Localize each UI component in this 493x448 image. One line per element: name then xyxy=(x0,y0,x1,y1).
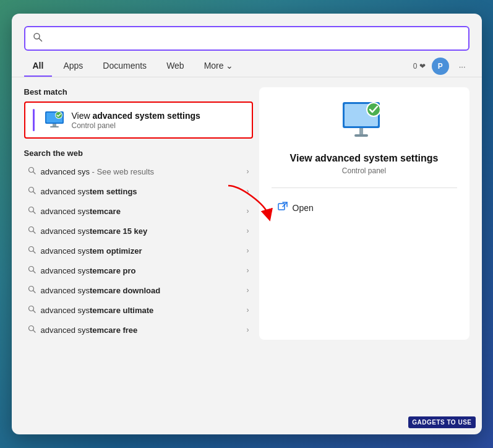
web-result-item[interactable]: advanced systemcare 15 key › xyxy=(24,221,253,241)
right-panel-subtitle: Control panel xyxy=(342,166,386,175)
right-panel: View advanced system settings Control pa… xyxy=(259,87,469,340)
search-loop-icon-4 xyxy=(28,226,36,236)
svg-line-19 xyxy=(33,271,35,274)
divider xyxy=(272,187,457,188)
open-external-icon xyxy=(278,202,288,214)
tab-apps[interactable]: Apps xyxy=(54,56,92,77)
chevron-right-icon-5: › xyxy=(247,246,249,255)
svg-line-23 xyxy=(33,311,35,313)
web-result-item[interactable]: advanced systemcare download › xyxy=(24,280,253,300)
svg-line-9 xyxy=(33,172,35,174)
web-result-text-5: advanced system optimizer xyxy=(41,246,242,256)
svg-line-1 xyxy=(39,38,42,41)
search-loop-icon-8 xyxy=(28,305,36,315)
web-result-item[interactable]: advanced systemcare free › xyxy=(24,320,253,340)
chevron-right-icon-7: › xyxy=(247,286,249,295)
web-result-text-4: advanced systemcare 15 key xyxy=(41,226,242,236)
search-loop-icon-3 xyxy=(28,206,36,216)
svg-rect-7 xyxy=(50,126,59,127)
search-input[interactable]: advanced sys xyxy=(48,33,461,44)
svg-line-17 xyxy=(33,251,35,254)
tab-documents[interactable]: Documents xyxy=(94,56,155,77)
web-result-item[interactable]: advanced systemcare pro › xyxy=(24,261,253,280)
svg-line-13 xyxy=(33,212,35,214)
web-result-text-3: advanced systemcare xyxy=(41,207,242,216)
open-button[interactable]: Open xyxy=(272,198,320,218)
more-options-button[interactable]: ··· xyxy=(455,59,469,74)
web-result-item[interactable]: advanced system settings › xyxy=(24,181,253,201)
right-panel-monitor-icon xyxy=(340,100,389,145)
search-bar-area: advanced sys xyxy=(12,14,482,51)
web-result-text-8: advanced systemcare ultimate xyxy=(41,306,242,315)
web-result-text-1: advanced sys - See web results xyxy=(41,167,242,176)
user-avatar[interactable]: P xyxy=(432,58,449,75)
search-loop-icon-7 xyxy=(28,285,36,295)
search-input-wrapper: advanced sys xyxy=(24,26,469,51)
web-result-item[interactable]: advanced system optimizer › xyxy=(24,241,253,261)
left-border-bar xyxy=(33,109,35,131)
best-match-label: Best match xyxy=(24,87,253,97)
svg-rect-31 xyxy=(359,128,363,134)
best-match-subtitle: Control panel xyxy=(72,121,200,130)
left-panel: Best match View advanced s xyxy=(24,87,253,340)
open-label: Open xyxy=(293,203,314,213)
chevron-right-icon-3: › xyxy=(247,207,249,215)
tab-all[interactable]: All xyxy=(24,56,53,77)
tab-more[interactable]: More ⌄ xyxy=(195,56,242,77)
search-icon xyxy=(33,32,43,45)
best-match-item[interactable]: View advanced system settings Control pa… xyxy=(24,101,253,139)
control-panel-icon xyxy=(43,109,66,131)
web-result-item[interactable]: advanced sys - See web results › xyxy=(24,162,253,181)
monitor-svg xyxy=(340,100,389,143)
best-match-text: View advanced system settings Control pa… xyxy=(72,110,200,130)
best-match-title: View advanced system settings xyxy=(72,110,200,121)
right-panel-title: View advanced system settings xyxy=(290,153,439,164)
svg-rect-34 xyxy=(278,204,285,210)
web-result-item[interactable]: advanced systemcare › xyxy=(24,201,253,221)
search-loop-icon-9 xyxy=(28,325,36,335)
content-area: Best match View advanced s xyxy=(12,77,482,350)
search-count: 0 ❤ xyxy=(413,62,426,71)
web-result-text-6: advanced systemcare pro xyxy=(41,266,242,275)
tabs-right-icons: 0 ❤ P ··· xyxy=(413,58,469,75)
web-result-text-2: advanced system settings xyxy=(41,187,242,196)
tabs-area: All Apps Documents Web More ⌄ 0 ❤ P ··· xyxy=(12,51,482,77)
web-result-text-9: advanced systemcare free xyxy=(41,325,242,335)
chevron-down-icon: ⌄ xyxy=(226,61,233,71)
svg-rect-32 xyxy=(354,134,368,137)
svg-line-25 xyxy=(33,330,35,333)
chevron-right-icon-9: › xyxy=(247,325,249,334)
svg-rect-6 xyxy=(53,124,56,126)
svg-line-21 xyxy=(33,291,35,293)
svg-line-11 xyxy=(33,192,35,194)
search-loop-icon-2 xyxy=(28,186,36,196)
tab-web[interactable]: Web xyxy=(158,56,193,77)
search-loop-icon-6 xyxy=(28,265,36,275)
chevron-right-icon-1: › xyxy=(247,167,249,176)
search-loop-icon-1 xyxy=(28,166,36,176)
chevron-right-icon-2: › xyxy=(247,187,249,196)
chevron-right-icon-8: › xyxy=(247,306,249,314)
web-result-item[interactable]: advanced systemcare ultimate › xyxy=(24,300,253,320)
search-web-label: Search the web xyxy=(24,149,253,158)
svg-line-15 xyxy=(33,231,35,234)
chevron-right-icon-6: › xyxy=(247,266,249,275)
search-loop-icon-5 xyxy=(28,246,36,256)
watermark: GADGETS TO USE xyxy=(408,416,475,428)
web-result-text-7: advanced systemcare download xyxy=(41,286,242,295)
chevron-right-icon-4: › xyxy=(247,226,249,235)
